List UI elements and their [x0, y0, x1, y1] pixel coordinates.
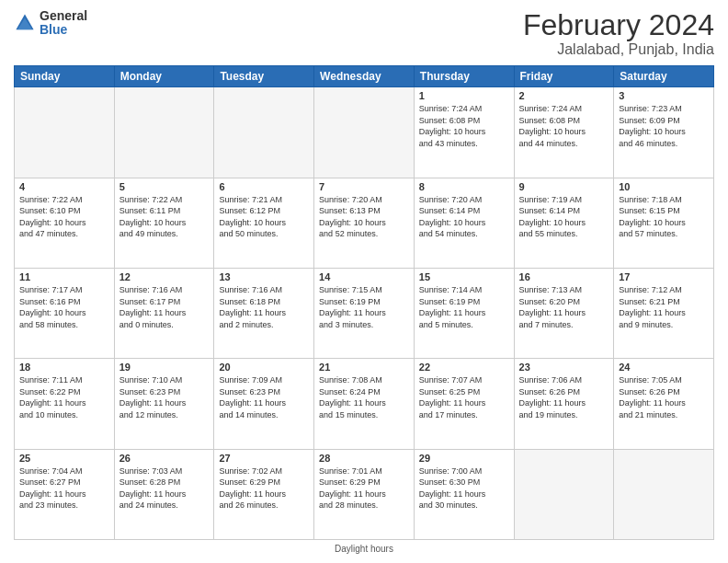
day-number: 12	[119, 271, 210, 282]
calendar-header-row: SundayMondayTuesdayWednesdayThursdayFrid…	[15, 66, 714, 87]
calendar-cell: 3Sunrise: 7:23 AM Sunset: 6:09 PM Daylig…	[614, 87, 714, 178]
day-info: Sunrise: 7:21 AM Sunset: 6:12 PM Dayligh…	[219, 194, 309, 240]
day-info: Sunrise: 7:23 AM Sunset: 6:09 PM Dayligh…	[619, 103, 709, 149]
day-number: 9	[519, 181, 609, 192]
day-info: Sunrise: 7:04 AM Sunset: 6:27 PM Dayligh…	[19, 465, 109, 511]
day-info: Sunrise: 7:22 AM Sunset: 6:10 PM Dayligh…	[19, 194, 109, 240]
header: General Blue February 2024 Jalalabad, Pu…	[14, 9, 714, 58]
subtitle: Jalalabad, Punjab, India	[523, 41, 714, 58]
day-number: 26	[119, 453, 210, 464]
day-info: Sunrise: 7:01 AM Sunset: 6:29 PM Dayligh…	[319, 465, 409, 511]
calendar-week-row: 25Sunrise: 7:04 AM Sunset: 6:27 PM Dayli…	[15, 449, 714, 539]
calendar-cell: 28Sunrise: 7:01 AM Sunset: 6:29 PM Dayli…	[314, 449, 415, 539]
calendar-cell: 27Sunrise: 7:02 AM Sunset: 6:29 PM Dayli…	[214, 449, 314, 539]
calendar-cell: 10Sunrise: 7:18 AM Sunset: 6:15 PM Dayli…	[614, 178, 714, 268]
day-number: 6	[219, 181, 309, 192]
calendar-week-row: 18Sunrise: 7:11 AM Sunset: 6:22 PM Dayli…	[15, 359, 714, 449]
calendar-week-row: 11Sunrise: 7:17 AM Sunset: 6:16 PM Dayli…	[15, 268, 714, 358]
calendar-cell: 24Sunrise: 7:05 AM Sunset: 6:26 PM Dayli…	[614, 359, 714, 449]
day-info: Sunrise: 7:10 AM Sunset: 6:23 PM Dayligh…	[119, 374, 210, 420]
calendar-table: SundayMondayTuesdayWednesdayThursdayFrid…	[14, 65, 714, 540]
day-info: Sunrise: 7:12 AM Sunset: 6:21 PM Dayligh…	[619, 284, 709, 330]
day-number: 22	[419, 362, 509, 373]
day-number: 20	[219, 362, 309, 373]
day-number: 29	[419, 453, 509, 464]
day-number: 7	[319, 181, 409, 192]
day-number: 28	[319, 453, 409, 464]
day-info: Sunrise: 7:13 AM Sunset: 6:20 PM Dayligh…	[519, 284, 609, 330]
page: General Blue February 2024 Jalalabad, Pu…	[0, 0, 728, 563]
calendar-cell: 26Sunrise: 7:03 AM Sunset: 6:28 PM Dayli…	[114, 449, 214, 539]
day-info: Sunrise: 7:20 AM Sunset: 6:13 PM Dayligh…	[319, 194, 409, 240]
calendar-cell	[314, 87, 415, 178]
day-info: Sunrise: 7:20 AM Sunset: 6:14 PM Dayligh…	[419, 194, 509, 240]
footer-text: Daylight hours	[335, 544, 393, 554]
day-info: Sunrise: 7:15 AM Sunset: 6:19 PM Dayligh…	[319, 284, 409, 330]
day-info: Sunrise: 7:24 AM Sunset: 6:08 PM Dayligh…	[519, 103, 609, 149]
calendar-cell: 13Sunrise: 7:16 AM Sunset: 6:18 PM Dayli…	[214, 268, 314, 358]
calendar-cell: 19Sunrise: 7:10 AM Sunset: 6:23 PM Dayli…	[114, 359, 214, 449]
day-info: Sunrise: 7:19 AM Sunset: 6:14 PM Dayligh…	[519, 194, 609, 240]
calendar-cell: 1Sunrise: 7:24 AM Sunset: 6:08 PM Daylig…	[414, 87, 514, 178]
day-number: 11	[19, 271, 109, 282]
calendar-cell: 20Sunrise: 7:09 AM Sunset: 6:23 PM Dayli…	[214, 359, 314, 449]
day-number: 13	[219, 271, 309, 282]
main-title: February 2024	[523, 9, 714, 41]
day-number: 18	[19, 362, 109, 373]
calendar-cell	[214, 87, 314, 178]
calendar-cell: 25Sunrise: 7:04 AM Sunset: 6:27 PM Dayli…	[15, 449, 115, 539]
calendar-week-row: 4Sunrise: 7:22 AM Sunset: 6:10 PM Daylig…	[15, 178, 714, 268]
day-number: 25	[19, 453, 109, 464]
day-info: Sunrise: 7:22 AM Sunset: 6:11 PM Dayligh…	[119, 194, 210, 240]
day-number: 15	[419, 271, 509, 282]
day-info: Sunrise: 7:18 AM Sunset: 6:15 PM Dayligh…	[619, 194, 709, 240]
calendar-cell: 23Sunrise: 7:06 AM Sunset: 6:26 PM Dayli…	[514, 359, 614, 449]
logo-blue-text: Blue	[40, 23, 87, 37]
calendar-cell: 21Sunrise: 7:08 AM Sunset: 6:24 PM Dayli…	[314, 359, 415, 449]
calendar-cell	[514, 449, 614, 539]
day-number: 5	[119, 181, 210, 192]
calendar-cell: 22Sunrise: 7:07 AM Sunset: 6:25 PM Dayli…	[414, 359, 514, 449]
logo-general-text: General	[40, 9, 87, 23]
calendar-cell: 6Sunrise: 7:21 AM Sunset: 6:12 PM Daylig…	[214, 178, 314, 268]
day-info: Sunrise: 7:03 AM Sunset: 6:28 PM Dayligh…	[119, 465, 210, 511]
day-info: Sunrise: 7:02 AM Sunset: 6:29 PM Dayligh…	[219, 465, 309, 511]
day-info: Sunrise: 7:11 AM Sunset: 6:22 PM Dayligh…	[19, 374, 109, 420]
day-number: 27	[219, 453, 309, 464]
day-number: 4	[19, 181, 109, 192]
day-number: 1	[419, 90, 509, 101]
calendar-cell: 9Sunrise: 7:19 AM Sunset: 6:14 PM Daylig…	[514, 178, 614, 268]
calendar-day-header: Sunday	[15, 66, 115, 87]
calendar-cell: 17Sunrise: 7:12 AM Sunset: 6:21 PM Dayli…	[614, 268, 714, 358]
title-block: February 2024 Jalalabad, Punjab, India	[523, 9, 714, 58]
calendar-cell	[114, 87, 214, 178]
calendar-cell	[614, 449, 714, 539]
calendar-cell: 12Sunrise: 7:16 AM Sunset: 6:17 PM Dayli…	[114, 268, 214, 358]
day-number: 14	[319, 271, 409, 282]
calendar-cell: 15Sunrise: 7:14 AM Sunset: 6:19 PM Dayli…	[414, 268, 514, 358]
day-info: Sunrise: 7:16 AM Sunset: 6:18 PM Dayligh…	[219, 284, 309, 330]
day-number: 2	[519, 90, 609, 101]
day-number: 23	[519, 362, 609, 373]
day-number: 10	[619, 181, 709, 192]
calendar-day-header: Saturday	[614, 66, 714, 87]
day-info: Sunrise: 7:05 AM Sunset: 6:26 PM Dayligh…	[619, 374, 709, 420]
calendar-week-row: 1Sunrise: 7:24 AM Sunset: 6:08 PM Daylig…	[15, 87, 714, 178]
day-number: 8	[419, 181, 509, 192]
logo: General Blue	[14, 9, 87, 38]
calendar-cell: 11Sunrise: 7:17 AM Sunset: 6:16 PM Dayli…	[15, 268, 115, 358]
calendar-cell: 4Sunrise: 7:22 AM Sunset: 6:10 PM Daylig…	[15, 178, 115, 268]
calendar-cell: 2Sunrise: 7:24 AM Sunset: 6:08 PM Daylig…	[514, 87, 614, 178]
calendar-cell: 29Sunrise: 7:00 AM Sunset: 6:30 PM Dayli…	[414, 449, 514, 539]
day-info: Sunrise: 7:08 AM Sunset: 6:24 PM Dayligh…	[319, 374, 409, 420]
day-number: 19	[119, 362, 210, 373]
day-number: 3	[619, 90, 709, 101]
calendar-day-header: Thursday	[414, 66, 514, 87]
day-info: Sunrise: 7:09 AM Sunset: 6:23 PM Dayligh…	[219, 374, 309, 420]
logo-icon	[14, 12, 36, 34]
day-info: Sunrise: 7:16 AM Sunset: 6:17 PM Dayligh…	[119, 284, 210, 330]
day-number: 16	[519, 271, 609, 282]
day-number: 21	[319, 362, 409, 373]
day-number: 24	[619, 362, 709, 373]
calendar-day-header: Tuesday	[214, 66, 314, 87]
